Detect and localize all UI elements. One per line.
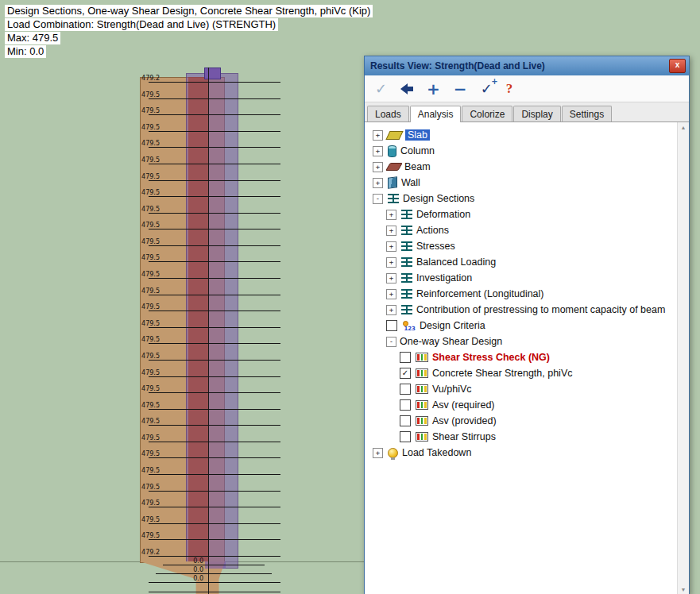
tree-item-actions[interactable]: +Actions <box>366 222 676 238</box>
section-line <box>149 261 280 262</box>
expand-toggle-icon[interactable]: + <box>386 226 396 236</box>
window-titlebar[interactable]: Results View: Strength(Dead and Live) x <box>365 56 689 75</box>
design-sections-icon <box>401 289 412 299</box>
tree-item-column[interactable]: +Column <box>366 143 676 159</box>
viewport-annotations: Design Sections, One-way Shear Design, C… <box>5 5 373 59</box>
section-value-label: 479.5 <box>126 385 160 392</box>
tree-item-label: Column <box>400 146 435 156</box>
expand-toggle-icon[interactable]: + <box>373 162 383 172</box>
section-value-label: 0.0 <box>176 557 203 565</box>
help-icon[interactable]: ? <box>506 82 513 95</box>
tree-item-design-criteria[interactable]: 123Design Criteria <box>366 318 676 334</box>
item-checkbox[interactable]: ✓ <box>400 368 411 379</box>
item-checkbox[interactable] <box>400 352 411 363</box>
tree-item-design-sections[interactable]: -Design Sections <box>366 191 676 206</box>
tree-item-label: Slab <box>405 129 430 141</box>
tree-item-beam[interactable]: +Beam <box>366 159 676 175</box>
tab-settings[interactable]: Settings <box>562 106 612 122</box>
item-checkbox[interactable] <box>400 431 411 442</box>
tree-item-load-takedown[interactable]: +Load Takedown <box>366 445 676 461</box>
item-checkbox[interactable] <box>400 384 411 395</box>
collapse-toggle-icon[interactable]: - <box>386 337 396 347</box>
tree-item-shear-stirrups[interactable]: Shear Stirrups <box>366 429 676 445</box>
tree-item-one-way-shear-design[interactable]: -One-way Shear Design <box>366 334 676 349</box>
expand-toggle-icon[interactable]: + <box>373 146 383 156</box>
collapse-toggle-icon[interactable]: - <box>373 194 383 204</box>
section-line <box>149 425 280 426</box>
apply-all-icon[interactable]: ✓+ <box>481 82 493 96</box>
tree-item-asv-required[interactable]: Asv (required) <box>366 397 676 413</box>
section-value-label: 479.5 <box>126 206 160 213</box>
item-checkbox[interactable] <box>400 399 411 411</box>
tree-item-asv-provided[interactable]: Asv (provided) <box>366 413 676 429</box>
section-value-label: 479.5 <box>126 107 160 114</box>
result-map-stripe <box>417 354 420 361</box>
window-title: Results View: Strength(Dead and Live) <box>370 61 545 71</box>
section-value-label: 479.2 <box>126 549 160 556</box>
tree-item-balanced-loading[interactable]: +Balanced Loading <box>366 254 676 270</box>
design-sections-icon <box>401 226 412 235</box>
result-map-icon <box>416 432 428 442</box>
tree-item-label: Design Sections <box>403 194 474 204</box>
result-map-icon <box>416 384 428 394</box>
confirm-icon[interactable]: ✓ <box>375 82 387 96</box>
section-value-label: 479.5 <box>126 369 160 376</box>
expand-toggle-icon[interactable]: + <box>373 448 383 458</box>
tab-analysis[interactable]: Analysis <box>410 106 462 122</box>
result-map-stripe <box>421 386 423 392</box>
expand-toggle-icon[interactable]: + <box>386 305 396 315</box>
tree-item-stresses[interactable]: +Stresses <box>366 238 676 254</box>
section-value-label: 479.5 <box>126 516 160 523</box>
add-icon[interactable]: + <box>427 81 440 97</box>
expand-toggle-icon[interactable]: + <box>386 273 396 284</box>
wall-icon <box>388 176 397 189</box>
tree-item-contribution-of-prestressing-to-moment-capacity-of-beam[interactable]: +Contribution of prestressing to moment … <box>366 302 676 318</box>
item-checkbox[interactable] <box>386 320 397 331</box>
expand-toggle-icon[interactable]: + <box>386 241 396 252</box>
design-sections-icon <box>401 241 412 251</box>
section-line <box>149 82 280 83</box>
back-icon[interactable] <box>400 83 413 94</box>
expand-toggle-icon[interactable]: + <box>386 289 396 299</box>
result-map-icon <box>416 353 428 362</box>
arrow-left-triangle <box>400 83 408 94</box>
section-value-label: 479.5 <box>126 434 160 442</box>
remove-icon[interactable]: − <box>454 81 467 97</box>
tree-item-vu-phivc[interactable]: Vu/phiVc <box>366 381 676 397</box>
tab-loads[interactable]: Loads <box>367 106 409 122</box>
section-line <box>149 213 280 214</box>
tab-display[interactable]: Display <box>513 106 560 122</box>
result-map-stripe <box>424 354 427 361</box>
slab-icon <box>385 131 403 140</box>
expand-toggle-icon[interactable]: + <box>386 257 396 268</box>
section-line <box>149 539 280 540</box>
section-value-label: 479.5 <box>126 189 160 196</box>
vertical-scrollbar[interactable] <box>677 122 689 594</box>
section-value-label: 479.5 <box>126 532 160 539</box>
design-sections-icon <box>401 305 412 314</box>
tree-item-shear-stress-check-ng[interactable]: Shear Stress Check (NG) <box>366 349 676 365</box>
column-icon <box>388 145 396 157</box>
tree-item-label: One-way Shear Design <box>400 337 502 347</box>
close-button[interactable]: x <box>669 59 686 73</box>
tree-item-wall[interactable]: +Wall <box>366 175 676 191</box>
result-map-stripe <box>424 402 427 408</box>
section-line <box>149 556 280 557</box>
expand-toggle-icon[interactable]: + <box>373 178 383 188</box>
apply-plus-mark: + <box>491 78 497 86</box>
tree-item-label: Reinforcement (Longitudinal) <box>416 289 544 299</box>
tree-item-slab[interactable]: +Slab <box>366 127 676 143</box>
tree-item-label: Load Takedown <box>402 448 471 458</box>
tree-item-label: Asv (provided) <box>432 416 497 426</box>
tree-item-label: Contribution of prestressing to moment c… <box>416 305 665 315</box>
item-checkbox[interactable] <box>400 415 411 426</box>
tree-item-concrete-shear-strength-phivc[interactable]: ✓Concrete Shear Strength, phiVc <box>366 365 676 381</box>
tree-item-deformation[interactable]: +Deformation <box>366 206 676 222</box>
tab-colorize[interactable]: Colorize <box>462 106 512 122</box>
result-title-text: Design Sections, One-way Shear Design, C… <box>5 5 373 17</box>
tree-item-investigation[interactable]: +Investigation <box>366 270 676 286</box>
expand-toggle-icon[interactable]: + <box>386 210 396 220</box>
close-icon: x <box>675 60 680 69</box>
expand-toggle-icon[interactable]: + <box>373 130 383 141</box>
tree-item-reinforcement-longitudinal[interactable]: +Reinforcement (Longitudinal) <box>366 286 676 302</box>
